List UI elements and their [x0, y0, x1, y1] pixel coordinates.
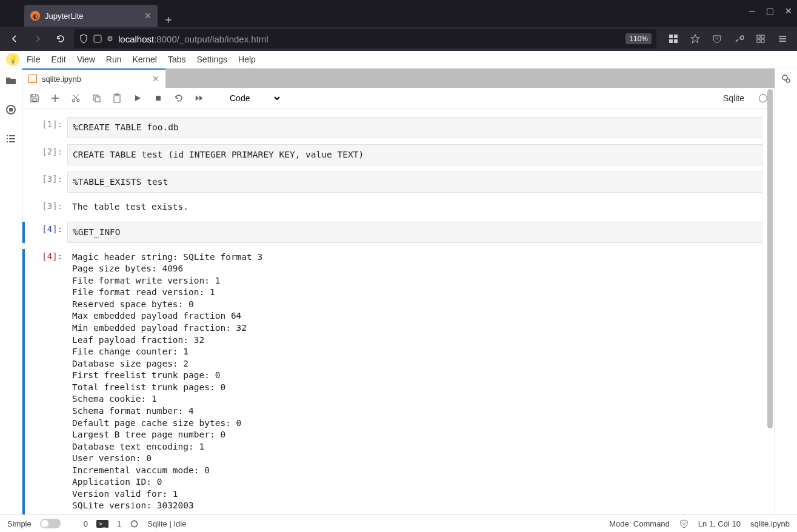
- jupyterlite-logo-icon: 💡: [6, 53, 19, 66]
- svg-rect-4: [674, 39, 678, 43]
- forward-button[interactable]: [28, 29, 47, 48]
- close-tab-icon[interactable]: ✕: [144, 11, 152, 21]
- svg-point-12: [77, 99, 79, 102]
- cell-output-row: [3]: The table test exists.: [22, 199, 764, 216]
- pocket-icon[interactable]: [707, 29, 727, 48]
- cell[interactable]: [1]: %CREATE TABLE foo.db: [22, 117, 764, 138]
- status-count-1: 1: [117, 519, 121, 528]
- right-sidebar: [775, 68, 797, 514]
- file-browser-icon[interactable]: [5, 75, 17, 87]
- svg-point-11: [72, 99, 75, 102]
- running-kernels-icon[interactable]: [5, 104, 17, 116]
- extensions-icon[interactable]: [751, 29, 770, 48]
- notebook-toolbar: Code Sqlite: [22, 88, 775, 108]
- code-output: The table test exists.: [67, 199, 764, 216]
- code-input[interactable]: %CREATE TABLE foo.db: [67, 117, 762, 138]
- cell[interactable]: [3]: %TABLE_EXISTS test: [22, 171, 764, 193]
- document-tab-active[interactable]: sqlite.ipynb ✕: [22, 68, 165, 88]
- cursor-position: Ln 1, Col 10: [698, 519, 741, 528]
- page-info-icon[interactable]: [93, 35, 102, 43]
- container-icon[interactable]: [664, 29, 683, 48]
- zoom-badge[interactable]: 110%: [625, 33, 652, 44]
- input-prompt: [4]:: [25, 222, 67, 243]
- code-input[interactable]: CREATE TABLE test (id INTEGER PRIMAREY K…: [67, 144, 762, 165]
- svg-rect-10: [9, 108, 13, 111]
- app-menu-icon[interactable]: [773, 29, 792, 48]
- menubar: 💡 File Edit View Run Kernel Tabs Setting…: [0, 51, 797, 68]
- status-filename: sqlite.ipynb: [750, 519, 790, 528]
- code-input[interactable]: %GET_INFO: [67, 222, 762, 243]
- menu-kernel[interactable]: Kernel: [132, 55, 156, 64]
- svg-rect-8: [761, 39, 764, 42]
- jupyter-favicon-icon: ◐: [30, 11, 40, 21]
- svg-rect-2: [674, 35, 678, 38]
- menu-settings[interactable]: Settings: [197, 55, 228, 64]
- minimize-icon[interactable]: ─: [749, 6, 755, 16]
- menu-view[interactable]: View: [77, 55, 95, 64]
- save-icon[interactable]: [30, 93, 39, 103]
- trust-icon[interactable]: [679, 519, 689, 528]
- kernel-sessions-icon[interactable]: [130, 519, 139, 528]
- url-bar[interactable]: ⚙ localhost:8000/_output/lab/index.html …: [74, 29, 656, 48]
- menu-tabs[interactable]: Tabs: [168, 55, 186, 64]
- input-prompt: [2]:: [25, 144, 67, 165]
- kernel-status-text: Sqlite | Idle: [147, 519, 186, 528]
- back-button[interactable]: [5, 29, 24, 48]
- shield-icon[interactable]: [79, 34, 88, 44]
- mode-text: Mode: Command: [609, 519, 670, 528]
- paste-icon[interactable]: [112, 93, 122, 103]
- statusbar: Simple 0 >_ 1 Sqlite | Idle Mode: Comman…: [0, 514, 797, 532]
- left-sidebar: [0, 68, 22, 514]
- property-inspector-icon[interactable]: [781, 73, 792, 84]
- svg-rect-1: [669, 35, 673, 38]
- bookmark-icon[interactable]: [685, 29, 705, 48]
- browser-tab-active[interactable]: ◐ JupyterLite ✕: [24, 5, 158, 27]
- menu-edit[interactable]: Edit: [52, 55, 66, 64]
- menu-help[interactable]: Help: [238, 55, 256, 64]
- kernel-name[interactable]: Sqlite: [723, 93, 744, 103]
- code-input[interactable]: %TABLE_EXISTS test: [67, 171, 762, 193]
- cells-area[interactable]: [1]: %CREATE TABLE foo.db [2]: CREATE TA…: [22, 108, 775, 514]
- code-output: Magic header string: SQLite format 3 Pag…: [67, 249, 764, 514]
- copy-icon[interactable]: [92, 93, 101, 103]
- restart-run-all-icon[interactable]: [195, 94, 204, 102]
- kernel-status-icon[interactable]: [759, 94, 767, 102]
- restart-icon[interactable]: [174, 93, 184, 103]
- browser-tab-title: JupyterLite: [45, 12, 139, 21]
- insert-cell-icon[interactable]: [50, 94, 60, 102]
- maximize-icon[interactable]: ▢: [766, 6, 774, 16]
- status-count-0: 0: [84, 519, 88, 528]
- menu-file[interactable]: File: [27, 55, 41, 64]
- input-prompt: [1]:: [25, 117, 67, 138]
- cell-type-select[interactable]: Code: [227, 93, 282, 104]
- output-prompt: [4]:: [25, 249, 67, 514]
- new-tab-button[interactable]: ＋: [158, 12, 179, 27]
- browser-toolbar: ⚙ localhost:8000/_output/lab/index.html …: [0, 27, 797, 51]
- cell-selected[interactable]: [4]: %GET_INFO: [22, 222, 764, 243]
- reload-button[interactable]: [51, 29, 70, 48]
- cell[interactable]: [2]: CREATE TABLE test (id INTEGER PRIMA…: [22, 144, 764, 165]
- menu-run[interactable]: Run: [106, 55, 122, 64]
- document-tab-title: sqlite.ipynb: [42, 75, 147, 84]
- close-window-icon[interactable]: ✕: [785, 6, 792, 16]
- permissions-icon[interactable]: ⚙: [107, 35, 113, 43]
- svg-rect-0: [94, 35, 101, 42]
- svg-rect-17: [156, 96, 161, 101]
- simple-label: Simple: [7, 519, 32, 528]
- input-prompt: [3]:: [25, 171, 67, 193]
- interrupt-icon[interactable]: [153, 94, 163, 102]
- terminal-icon[interactable]: >_: [96, 520, 108, 528]
- cut-icon[interactable]: [71, 93, 81, 103]
- main-panel: sqlite.ipynb ✕: [22, 68, 775, 514]
- cell-output-row: [4]: Magic header string: SQLite format …: [22, 249, 764, 514]
- close-document-icon[interactable]: ✕: [152, 74, 159, 84]
- simple-toggle[interactable]: [40, 519, 61, 528]
- devtools-icon[interactable]: [729, 29, 749, 48]
- scrollbar[interactable]: [767, 89, 774, 514]
- run-icon[interactable]: [133, 94, 142, 102]
- notebook-icon: [28, 75, 37, 83]
- browser-tab-strip: ◐ JupyterLite ✕ ＋: [0, 0, 797, 27]
- svg-rect-14: [95, 97, 100, 102]
- document-tabs: sqlite.ipynb ✕: [22, 68, 775, 88]
- toc-icon[interactable]: [5, 133, 17, 145]
